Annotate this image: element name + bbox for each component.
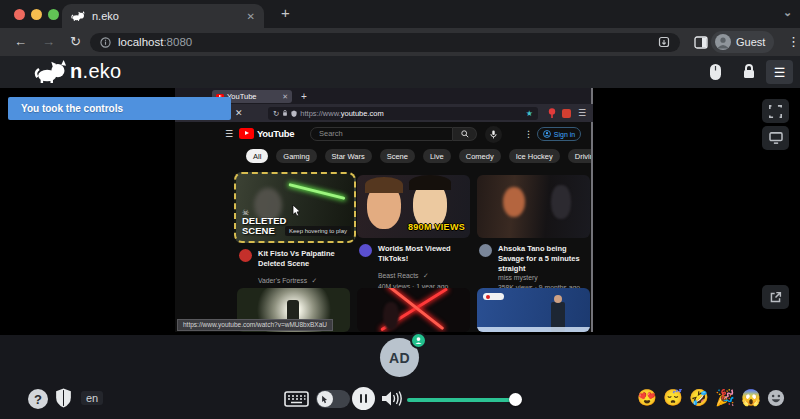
microphone-icon [490,130,497,139]
tab-close-icon[interactable]: ✕ [247,11,255,22]
youtube-page[interactable]: ☰ YouTube Search ⋮ [175,122,591,332]
video-title[interactable]: Ahsoka Tano being Savage for a 5 minutes… [498,244,591,273]
controls-toast: You took the controls [8,97,231,120]
mac-minimize-button[interactable] [31,9,42,20]
chip-gaming[interactable]: Gaming [276,149,316,163]
screen-resolution-button[interactable] [762,126,789,150]
save-share-icon[interactable] [658,36,670,48]
chip-comedy[interactable]: Comedy [459,149,501,163]
yt-guide-icon[interactable]: ☰ [225,129,233,139]
remote-tab-title: YouTube [227,92,279,101]
emoji-party-popper[interactable]: 🎉 [715,388,735,408]
thumbnail-hair-left [365,177,403,193]
remote-stop-icon[interactable]: ✕ [235,108,243,118]
video-thumbnail-3[interactable] [477,175,590,238]
side-panel-icon[interactable] [694,36,708,49]
pause-button[interactable] [352,387,375,410]
fullscreen-button[interactable] [762,99,789,123]
new-tab-button[interactable]: + [281,4,290,21]
monitor-icon [769,132,783,144]
volume-icon[interactable] [381,389,402,408]
volume-slider-knob[interactable] [509,393,522,406]
neko-menu-button[interactable]: ☰ [766,60,793,84]
video-title[interactable]: Kit Fisto Vs Palpatine Deleted Scene [258,249,353,269]
about-button[interactable]: ? [28,389,48,409]
chip-scene[interactable]: Scene [380,149,415,163]
forward-button[interactable]: → [42,34,55,49]
popout-window-button[interactable] [762,285,789,309]
reload-button[interactable]: ↻ [70,34,81,49]
tab-search-chevron-icon[interactable]: ⌄ [783,6,792,19]
channel-name[interactable]: Beast Reacts [378,272,418,279]
admin-shield-icon[interactable] [55,388,72,408]
browser-tab-neko[interactable]: n.eko ✕ [62,4,264,28]
address-bar[interactable]: localhost:8080 [90,33,680,52]
profile-button[interactable]: Guest [711,31,774,53]
remote-nav-bar: → ✕ ↻ https://www.youtube.com ★ [175,104,593,122]
yt-voice-search-button[interactable] [485,126,502,143]
chrome-tab-strip: n.eko ✕ + ⌄ [0,0,800,28]
chip-live[interactable]: Live [423,149,451,163]
emoji-reaction-bar: 😍 😴 🤣 🎉 😱 [637,388,785,408]
video-thumbnail-6[interactable] [477,288,590,332]
mouse-cursor [292,204,301,217]
remote-url-bar[interactable]: ↻ https://www.youtube.com ★ [268,107,538,120]
remote-firefox-window[interactable]: YouTube ✕ + → ✕ ↻ https://www.youtube.co… [175,88,593,332]
url-text: localhost:8080 [118,36,192,48]
channel-avatar[interactable] [479,244,492,257]
yt-more-icon[interactable]: ⋮ [524,129,533,139]
chip-driving[interactable]: Driving [568,149,591,163]
mouse-control-icon[interactable] [709,63,722,81]
neko-bottom-panel: AD ? en [0,335,800,419]
video-thumbnail-2[interactable]: 890M VIEWS [357,175,470,238]
chip-star-wars[interactable]: Star Wars [325,149,372,163]
extension-pin-icon[interactable] [548,108,556,118]
remote-tab-close-icon[interactable]: ✕ [282,93,288,101]
news-anchor-head [554,295,562,303]
thumbnail-hair-right [409,175,451,190]
remote-new-tab-icon[interactable]: + [301,91,307,102]
yt-search-input[interactable]: Search [310,127,453,141]
video-title[interactable]: Worlds Most Viewed TikToks! [378,244,473,264]
emoji-scream[interactable]: 😱 [741,388,761,408]
mac-close-button[interactable] [14,9,25,20]
chip-all[interactable]: All [246,149,268,163]
implicit-control-toggle[interactable] [316,390,350,408]
yt-logo[interactable]: YouTube [239,128,294,139]
video-thumbnail-1[interactable]: ☠ DELETED SCENE Keep hovering to play [234,172,356,243]
channel-name[interactable]: Vader's Fortress [258,277,307,284]
video-card-3[interactable]: Ahsoka Tano being Savage for a 5 minutes… [479,244,591,292]
chip-ice-hockey[interactable]: Ice Hockey [509,149,560,163]
emoji-rofl[interactable]: 🤣 [689,388,709,408]
lock-icon[interactable] [742,63,756,80]
remote-menu-icon[interactable]: ☰ [578,108,586,118]
news-desk [477,327,590,332]
video-thumbnail-5[interactable] [357,288,470,332]
remote-shield-icon[interactable] [291,110,297,117]
remote-video-area[interactable]: You took the controls YouTube ✕ + → ✕ ↻ [0,88,800,335]
channel-avatar[interactable] [239,249,252,262]
yt-signin-button[interactable]: Sign in [537,127,581,141]
adblock-badge-icon[interactable] [562,109,571,118]
emoji-sleeping[interactable]: 😴 [663,388,683,408]
neko-cat-favicon [71,11,85,21]
bookmark-star-icon[interactable]: ★ [526,109,533,118]
emoji-heart-eyes[interactable]: 😍 [637,388,657,408]
screen: n.eko ✕ + ⌄ ← → ↻ localhost:8080 [0,0,800,419]
remote-reload-icon[interactable]: ↻ [273,109,279,118]
chrome-menu-icon[interactable]: ⋮ [787,34,800,49]
thumbnail-figure [551,185,571,219]
toggle-knob [317,391,333,407]
back-button[interactable]: ← [14,34,27,49]
channel-name[interactable]: miss mystery [498,273,591,283]
channel-avatar[interactable] [359,244,372,257]
mac-zoom-button[interactable] [48,9,59,20]
site-info-icon[interactable] [100,37,111,48]
link-status-bar: https://www.youtube.com/watch?v=wMU8bxBX… [177,319,333,331]
language-button[interactable]: en [81,391,103,405]
volume-slider-track[interactable] [407,398,517,402]
keyboard-icon[interactable] [284,391,309,407]
emoji-picker-icon[interactable] [767,389,785,407]
video-card-2[interactable]: Worlds Most Viewed TikToks! Beast Reacts… [359,244,473,291]
yt-search-button[interactable] [453,127,477,141]
